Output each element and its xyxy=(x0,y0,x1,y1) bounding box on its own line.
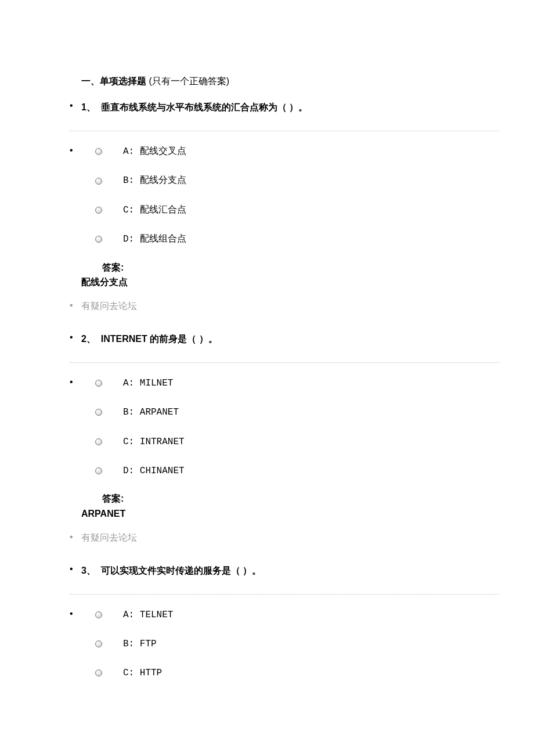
forum-link[interactable]: 有疑问去论坛 xyxy=(81,532,137,544)
question-3: 3、 可以实现文件实时传递的服务是（ ）。 xyxy=(0,564,534,578)
section-title: 一、单项选择题 xyxy=(81,76,146,86)
question-2-body: A: MILNET B: ARPANET C: INTRANET D: CHIN… xyxy=(0,377,534,521)
question-stem: 3、 可以实现文件实时传递的服务是（ ）。 xyxy=(81,564,499,578)
separator xyxy=(70,594,499,595)
option-text: CHINANET xyxy=(140,466,185,476)
separator xyxy=(70,362,499,363)
question-1: 1、 垂直布线系统与水平布线系统的汇合点称为（ ）。 xyxy=(0,100,534,114)
option-key: B xyxy=(123,407,129,417)
question-text: 垂直布线系统与水平布线系统的汇合点称为（ ）。 xyxy=(101,102,308,112)
answer-value: 配线分支点 xyxy=(81,275,499,290)
radio-icon[interactable] xyxy=(95,148,102,155)
radio-icon[interactable] xyxy=(95,236,102,243)
option-label: C: 配线汇合点 xyxy=(123,204,186,217)
option-text: 配线分支点 xyxy=(140,175,186,186)
option-key: A xyxy=(123,146,129,157)
radio-icon[interactable] xyxy=(95,178,102,185)
answer-value: ARPANET xyxy=(81,506,499,521)
option-label: D: CHINANET xyxy=(123,465,185,477)
option-c[interactable]: C: 配线汇合点 xyxy=(95,204,499,217)
radio-icon[interactable] xyxy=(95,409,102,416)
option-b[interactable]: B: ARPANET xyxy=(95,406,499,419)
radio-icon[interactable] xyxy=(95,467,102,474)
option-text: INTRANET xyxy=(140,437,185,447)
question-text: INTERNET 的前身是（ ）。 xyxy=(101,334,218,344)
section-header: 一、单项选择题 (只有一个正确答案) xyxy=(0,75,534,88)
option-b[interactable]: B: FTP xyxy=(95,638,499,650)
option-text: 配线汇合点 xyxy=(140,205,186,215)
option-key: B xyxy=(123,639,129,649)
option-c[interactable]: C: INTRANET xyxy=(95,435,499,448)
option-label: C: HTTP xyxy=(123,667,162,679)
option-text: 配线组合点 xyxy=(140,234,186,244)
option-b[interactable]: B: 配线分支点 xyxy=(95,174,499,187)
answer-label: 答案: xyxy=(102,494,124,503)
question-stem: 2、 INTERNET 的前身是（ ）。 xyxy=(81,332,499,346)
question-text: 可以实现文件实时传递的服务是（ ）。 xyxy=(101,566,261,575)
option-key: C xyxy=(123,437,129,447)
option-text: MILNET xyxy=(140,378,174,388)
radio-icon[interactable] xyxy=(95,640,102,647)
option-key: D xyxy=(123,466,129,476)
radio-icon[interactable] xyxy=(95,380,102,387)
option-key: A xyxy=(123,378,129,388)
section-note: (只有一个正确答案) xyxy=(149,76,229,86)
separator xyxy=(70,131,499,131)
answer-label: 答案: xyxy=(102,262,124,272)
answer-block: 答案: ARPANET xyxy=(102,491,499,521)
option-label: B: FTP xyxy=(123,638,157,650)
forum-link-item: 有疑问去论坛 xyxy=(0,532,534,564)
radio-icon[interactable] xyxy=(95,438,102,445)
option-label: B: 配线分支点 xyxy=(123,174,186,187)
question-1-body: A: 配线交叉点 B: 配线分支点 C: 配线汇合点 D: 配线组合点 答案: … xyxy=(0,145,534,290)
option-a[interactable]: A: MILNET xyxy=(95,377,499,390)
question-3-body: A: TELNET B: FTP C: HTTP xyxy=(0,609,534,680)
option-label: A: TELNET xyxy=(123,609,173,621)
option-text: 配线交叉点 xyxy=(140,146,186,157)
option-label: A: MILNET xyxy=(123,377,173,390)
forum-link-item: 有疑问去论坛 xyxy=(0,300,534,332)
radio-icon[interactable] xyxy=(95,207,102,214)
option-a[interactable]: A: TELNET xyxy=(95,609,499,621)
option-label: C: INTRANET xyxy=(123,435,185,448)
option-key: B xyxy=(123,175,129,186)
question-stem: 1、 垂直布线系统与水平布线系统的汇合点称为（ ）。 xyxy=(81,100,499,114)
radio-icon[interactable] xyxy=(95,611,102,618)
option-key: D xyxy=(123,234,129,244)
option-d[interactable]: D: 配线组合点 xyxy=(95,233,499,246)
answer-block: 答案: 配线分支点 xyxy=(102,260,499,290)
option-c[interactable]: C: HTTP xyxy=(95,667,499,679)
question-number: 3、 xyxy=(81,566,96,575)
option-d[interactable]: D: CHINANET xyxy=(95,465,499,477)
option-key: C xyxy=(123,205,129,215)
option-a[interactable]: A: 配线交叉点 xyxy=(95,145,499,158)
radio-icon[interactable] xyxy=(95,669,102,676)
option-label: A: 配线交叉点 xyxy=(123,145,186,158)
option-text: TELNET xyxy=(140,610,174,620)
forum-link[interactable]: 有疑问去论坛 xyxy=(81,300,137,312)
option-label: D: 配线组合点 xyxy=(123,233,186,246)
question-2: 2、 INTERNET 的前身是（ ）。 xyxy=(0,332,534,346)
option-label: B: ARPANET xyxy=(123,406,179,419)
option-text: HTTP xyxy=(140,668,162,678)
option-key: C xyxy=(123,668,129,678)
question-number: 2、 xyxy=(81,334,96,344)
option-text: ARPANET xyxy=(140,407,179,417)
option-key: A xyxy=(123,610,129,620)
question-number: 1、 xyxy=(81,102,96,112)
question-list: 1、 垂直布线系统与水平布线系统的汇合点称为（ ）。 A: 配线交叉点 B: 配… xyxy=(0,100,534,680)
option-text: FTP xyxy=(140,639,157,649)
